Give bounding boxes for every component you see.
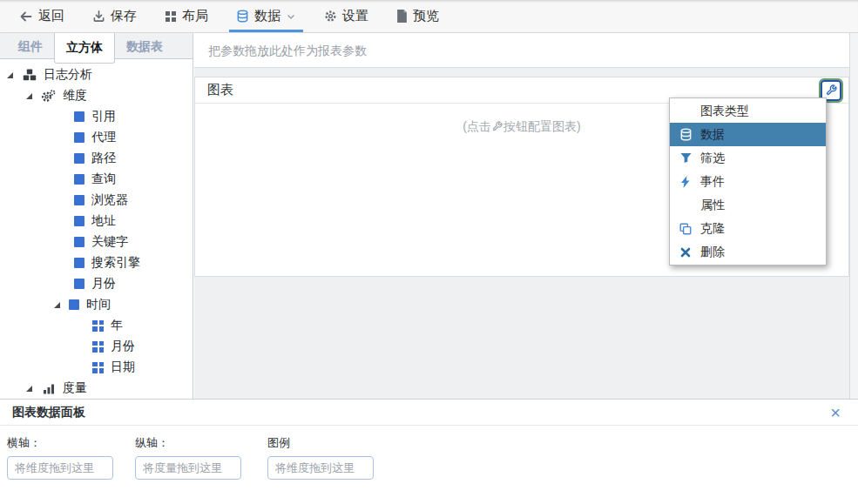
left-sidebar: 组件 立方体 数据表 日志分析 维度 引用 代理 路径 — [0, 33, 193, 399]
x-axis-label: 横轴： — [7, 435, 135, 451]
dimension-square-icon — [74, 195, 84, 205]
expander-icon[interactable] — [26, 386, 32, 392]
menu-item-label: 图表类型 — [700, 104, 749, 119]
chart-context-menu: 图表类型 数据 筛选 事件 属性 克隆 删除 — [669, 97, 827, 265]
tree-leaf-dimension[interactable]: 地址 — [0, 211, 193, 232]
menu-item-data[interactable]: 数据 — [670, 123, 826, 146]
grid-icon — [165, 10, 177, 23]
expander-icon[interactable] — [7, 72, 13, 78]
lightning-icon — [678, 176, 693, 188]
clone-icon — [678, 223, 693, 235]
tree-label: 日期 — [111, 360, 135, 375]
expander-icon[interactable] — [54, 302, 60, 308]
tree-leaf-dimension[interactable]: 关键字 — [0, 232, 193, 252]
four-squares-icon — [92, 320, 104, 332]
menu-item-label: 数据 — [700, 127, 725, 143]
chart-data-panel: 图表数据面板 × 横轴： 纵轴： 图例 — [0, 399, 858, 504]
chart-title: 图表 — [207, 82, 233, 98]
tree-leaf-dimension[interactable]: 月份 — [0, 273, 193, 294]
menu-item-delete[interactable]: 删除 — [670, 240, 826, 264]
dimension-square-icon — [74, 258, 84, 268]
preview-button[interactable]: 预览 — [389, 0, 446, 32]
y-axis-label: 纵轴： — [135, 435, 267, 451]
close-icon[interactable]: × — [830, 404, 841, 421]
menu-item-label: 属性 — [700, 198, 725, 213]
dimension-square-icon — [74, 279, 84, 289]
tree-leaf-dimension[interactable]: 搜索引擎 — [0, 252, 193, 273]
four-squares-icon — [92, 341, 104, 353]
back-label: 返回 — [38, 8, 64, 24]
tab-datatable[interactable]: 数据表 — [115, 33, 174, 58]
menu-item-chart-type[interactable]: 图表类型 — [670, 99, 826, 123]
tree-node-root[interactable]: 日志分析 — [0, 64, 193, 85]
menu-item-label: 删除 — [700, 245, 725, 260]
tab-components[interactable]: 组件 — [7, 33, 54, 58]
tab-cube[interactable]: 立方体 — [54, 33, 115, 64]
dimension-square-icon — [74, 216, 84, 226]
tree-label: 度量 — [63, 380, 87, 396]
tree-leaf-dimension[interactable]: 引用 — [0, 106, 193, 127]
x-axis-field: 横轴： — [7, 435, 135, 480]
tree-label: 代理 — [91, 130, 116, 145]
menu-item-event[interactable]: 事件 — [670, 170, 826, 193]
menu-item-label: 事件 — [700, 174, 725, 190]
chart-placeholder-prefix: (点击 — [463, 119, 491, 133]
tree-label: 地址 — [91, 213, 116, 229]
dimension-square-icon — [69, 299, 79, 310]
param-drop-zone[interactable]: 把参数拖放此处作为报表参数 — [194, 33, 849, 68]
menu-item-filter[interactable]: 筛选 — [670, 146, 826, 170]
tree-leaf-dimension[interactable]: 查询 — [0, 169, 193, 190]
save-button[interactable]: 保存 — [85, 0, 144, 32]
menu-item-properties[interactable]: 属性 — [670, 193, 826, 217]
chevron-down-icon — [286, 11, 296, 22]
dimension-square-icon — [74, 237, 84, 247]
tree-leaf-time-level[interactable]: 年 — [0, 315, 193, 336]
menu-item-label: 克隆 — [700, 221, 725, 237]
chart-data-panel-header: 图表数据面板 × — [0, 400, 858, 426]
legend-drop-zone[interactable] — [267, 456, 374, 480]
gears-icon — [41, 90, 56, 103]
tree-label: 路径 — [91, 151, 116, 166]
bar-chart-icon — [41, 382, 56, 394]
layout-button[interactable]: 布局 — [158, 0, 215, 32]
database-icon — [678, 128, 693, 141]
axis-fields: 横轴： 纵轴： 图例 — [0, 426, 858, 480]
four-squares-icon — [92, 362, 104, 373]
tree-label: 关键字 — [91, 234, 128, 250]
tree-node-time[interactable]: 时间 — [0, 294, 193, 315]
tree-node-dimensions[interactable]: 维度 — [0, 85, 193, 106]
settings-label: 设置 — [342, 8, 368, 24]
menu-item-clone[interactable]: 克隆 — [670, 217, 826, 240]
save-label: 保存 — [111, 8, 137, 24]
back-button[interactable]: 返回 — [12, 0, 71, 32]
cube-tree: 日志分析 维度 引用 代理 路径 查询 浏览器 — [0, 59, 193, 399]
data-menu-button[interactable]: 数据 — [229, 0, 303, 32]
tree-label: 浏览器 — [91, 192, 128, 208]
tree-label: 日志分析 — [44, 67, 92, 83]
tree-label: 维度 — [63, 88, 87, 104]
tree-leaf-dimension[interactable]: 代理 — [0, 127, 193, 148]
y-axis-field: 纵轴： — [135, 435, 267, 480]
dimension-square-icon — [74, 174, 84, 185]
y-axis-drop-zone[interactable] — [135, 456, 241, 480]
tree-label: 引用 — [91, 109, 116, 124]
tree-label: 月份 — [111, 339, 135, 354]
expander-icon[interactable] — [26, 93, 32, 99]
x-axis-drop-zone[interactable] — [7, 456, 113, 480]
sidebar-tabbar: 组件 立方体 数据表 — [0, 33, 193, 59]
tree-leaf-time-level[interactable]: 日期 — [0, 357, 193, 378]
tree-leaf-time-level[interactable]: 月份 — [0, 336, 193, 357]
tree-label: 查询 — [91, 171, 116, 187]
tree-label: 月份 — [91, 276, 116, 292]
tree-leaf-dimension[interactable]: 浏览器 — [0, 190, 193, 211]
tree-leaf-dimension[interactable]: 路径 — [0, 148, 193, 169]
dimension-square-icon — [74, 132, 84, 143]
back-arrow-icon — [19, 10, 33, 24]
top-toolbar: 返回 保存 布局 数据 设置 预览 — [0, 0, 858, 33]
legend-field: 图例 — [267, 435, 389, 480]
settings-button[interactable]: 设置 — [317, 0, 375, 32]
tree-node-measures[interactable]: 度量 — [0, 378, 193, 399]
save-download-icon — [92, 10, 105, 23]
data-label: 数据 — [254, 8, 280, 24]
delete-x-icon — [678, 247, 693, 258]
